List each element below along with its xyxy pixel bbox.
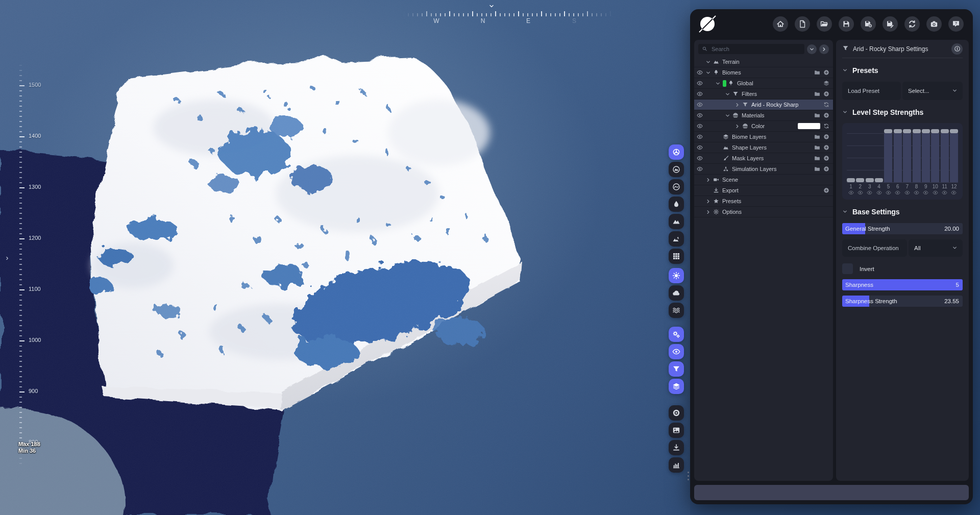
slider-handle[interactable] xyxy=(875,178,883,182)
visibility-toggle[interactable] xyxy=(697,155,705,161)
chevron-down-icon[interactable] xyxy=(715,81,723,86)
slider-handle[interactable] xyxy=(894,129,902,133)
tree-item-materials[interactable]: Materials xyxy=(694,110,833,121)
slider-handle[interactable] xyxy=(866,178,874,182)
tree-item-global[interactable]: Global xyxy=(694,78,833,89)
visibility-toggle[interactable] xyxy=(697,80,705,86)
layer-preview-button[interactable] xyxy=(669,379,684,394)
export-quick-button[interactable] xyxy=(669,440,684,455)
step-visibility-toggle[interactable] xyxy=(875,190,883,195)
visibility-toggle[interactable] xyxy=(697,123,705,129)
visibility-toggle[interactable] xyxy=(697,144,705,151)
info-button[interactable] xyxy=(951,43,963,55)
level-step-slider[interactable] xyxy=(875,129,883,182)
plus-button[interactable] xyxy=(823,134,829,140)
step-visibility-toggle[interactable] xyxy=(941,190,949,195)
tree-item-arid-rocky-sharp[interactable]: Arid - Rocky Sharp xyxy=(694,100,833,110)
step-visibility-toggle[interactable] xyxy=(856,190,864,195)
tree-item-options[interactable]: Options xyxy=(694,207,833,217)
screenshot-button[interactable] xyxy=(926,16,942,32)
visibility-toggle[interactable] xyxy=(697,134,705,140)
step-visibility-toggle[interactable] xyxy=(922,190,930,195)
tree-item-filters[interactable]: Filters xyxy=(694,89,833,100)
level-step-slider[interactable] xyxy=(866,129,874,182)
erosion-view-button[interactable] xyxy=(669,197,684,212)
chevron-right-icon[interactable] xyxy=(705,209,713,215)
color-swatch[interactable] xyxy=(798,123,820,129)
new-file-button[interactable] xyxy=(795,16,810,32)
record-button[interactable] xyxy=(669,405,684,421)
folder-button[interactable] xyxy=(814,166,820,172)
slider-handle[interactable] xyxy=(941,129,949,133)
search-input[interactable] xyxy=(710,45,801,53)
slider-handle[interactable] xyxy=(922,129,930,133)
plus-button[interactable] xyxy=(823,144,829,151)
slider-handle[interactable] xyxy=(931,129,939,133)
level-step-slider[interactable] xyxy=(913,129,921,182)
level-step-slider[interactable] xyxy=(931,129,939,182)
step-visibility-toggle[interactable] xyxy=(950,190,958,195)
tree-item-biomes[interactable]: Biomes xyxy=(694,67,833,78)
clouds-button[interactable] xyxy=(669,285,684,301)
shape-view-button[interactable] xyxy=(669,214,684,229)
folder-button[interactable] xyxy=(814,144,820,151)
visibility-toggle[interactable] xyxy=(697,166,705,172)
plus-button[interactable] xyxy=(823,187,829,193)
snapshot-button[interactable] xyxy=(669,423,684,438)
search-box[interactable] xyxy=(698,44,804,54)
section-base-settings[interactable]: Base Settings xyxy=(842,207,963,216)
step-visibility-toggle[interactable] xyxy=(903,190,911,195)
biome-view-button[interactable] xyxy=(669,231,684,247)
sharpness-strength-slider[interactable]: Sharpness Strength 23.55 xyxy=(842,296,963,307)
visibility-toggle[interactable] xyxy=(697,112,705,118)
filter-preview-button[interactable] xyxy=(669,361,684,377)
grid-view-button[interactable] xyxy=(669,249,684,264)
chevron-right-icon[interactable] xyxy=(705,199,713,204)
folder-button[interactable] xyxy=(814,69,820,76)
terrain-view-button[interactable] xyxy=(669,162,684,177)
contour-view-button[interactable] xyxy=(669,179,684,194)
save-as-button[interactable] xyxy=(861,16,876,32)
slider-handle[interactable] xyxy=(950,129,958,133)
auto-process-button[interactable] xyxy=(669,327,684,342)
chevron-down-icon[interactable] xyxy=(705,70,713,76)
level-step-slider[interactable] xyxy=(856,129,864,182)
slider-handle[interactable] xyxy=(884,129,892,133)
open-project-button[interactable] xyxy=(817,16,832,32)
step-visibility-toggle[interactable] xyxy=(894,190,902,195)
slider-handle[interactable] xyxy=(856,178,864,182)
tree-item-scene[interactable]: Scene xyxy=(694,175,833,185)
chevron-down-icon[interactable] xyxy=(705,59,713,65)
slider-handle[interactable] xyxy=(913,129,921,133)
tree-item-terrain[interactable]: Terrain xyxy=(694,57,833,67)
level-step-slider[interactable] xyxy=(941,129,949,182)
folder-button[interactable] xyxy=(814,134,820,140)
tree-item-export[interactable]: Export xyxy=(694,185,833,196)
save-button[interactable] xyxy=(839,16,854,32)
folder-button[interactable] xyxy=(814,155,820,161)
layers-button[interactable] xyxy=(823,80,829,86)
visibility-button[interactable] xyxy=(669,344,684,359)
tree-item-shape-layers[interactable]: Shape Layers xyxy=(694,142,833,153)
section-level-steps[interactable]: Level Step Strengths xyxy=(842,108,963,117)
step-visibility-toggle[interactable] xyxy=(847,190,855,195)
folder-button[interactable] xyxy=(814,112,820,118)
slider-handle[interactable] xyxy=(903,129,911,133)
invert-checkbox[interactable] xyxy=(842,263,853,274)
level-step-slider[interactable] xyxy=(922,129,930,182)
save-rename-button[interactable] xyxy=(883,16,898,32)
chevron-right-icon[interactable] xyxy=(734,102,742,108)
water-button[interactable] xyxy=(669,303,684,318)
refresh-button[interactable] xyxy=(823,102,829,108)
visibility-toggle[interactable] xyxy=(697,69,705,76)
statistics-button[interactable] xyxy=(669,457,684,473)
visibility-toggle[interactable] xyxy=(697,91,705,97)
folder-button[interactable] xyxy=(814,91,820,97)
expand-all-button[interactable] xyxy=(819,44,829,54)
plus-button[interactable] xyxy=(823,69,829,76)
chevron-down-icon[interactable] xyxy=(725,91,732,97)
tree-item-presets[interactable]: Presets xyxy=(694,196,833,207)
collapse-all-button[interactable] xyxy=(807,44,817,54)
tree-item-mask-layers[interactable]: Mask Layers xyxy=(694,153,833,164)
step-visibility-toggle[interactable] xyxy=(931,190,939,195)
